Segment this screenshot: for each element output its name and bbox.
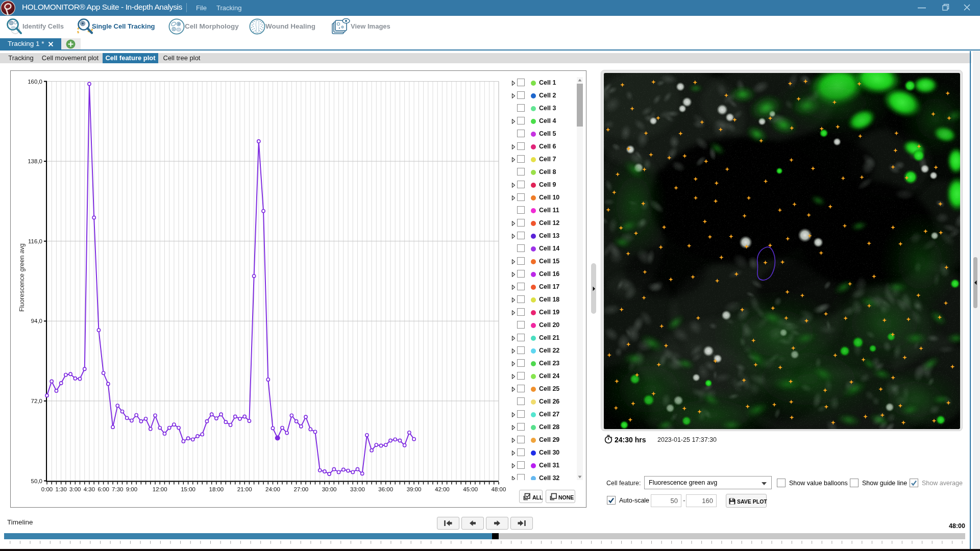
svg-text:27:00: 27:00	[293, 486, 308, 492]
svg-text:12:00: 12:00	[153, 486, 167, 492]
svg-text:15:00: 15:00	[181, 486, 195, 492]
svg-text:9:00: 9:00	[126, 486, 137, 492]
svg-text:33:00: 33:00	[350, 486, 365, 492]
svg-text:7:30: 7:30	[112, 486, 123, 492]
svg-text:42:00: 42:00	[435, 486, 450, 492]
svg-text:45:00: 45:00	[463, 486, 478, 492]
svg-text:48:00: 48:00	[492, 486, 506, 492]
svg-text:30:00: 30:00	[322, 486, 337, 492]
svg-text:4:30: 4:30	[84, 486, 95, 492]
svg-text:1:30: 1:30	[55, 486, 66, 492]
svg-text:36:00: 36:00	[378, 486, 393, 492]
svg-text:24:00: 24:00	[265, 486, 280, 492]
svg-text:6:00: 6:00	[97, 486, 109, 492]
svg-text:39:00: 39:00	[407, 486, 422, 492]
svg-text:18:00: 18:00	[209, 486, 224, 492]
svg-text:3:00: 3:00	[69, 486, 81, 492]
svg-text:0:00: 0:00	[41, 486, 53, 492]
svg-text:21:00: 21:00	[237, 486, 252, 492]
